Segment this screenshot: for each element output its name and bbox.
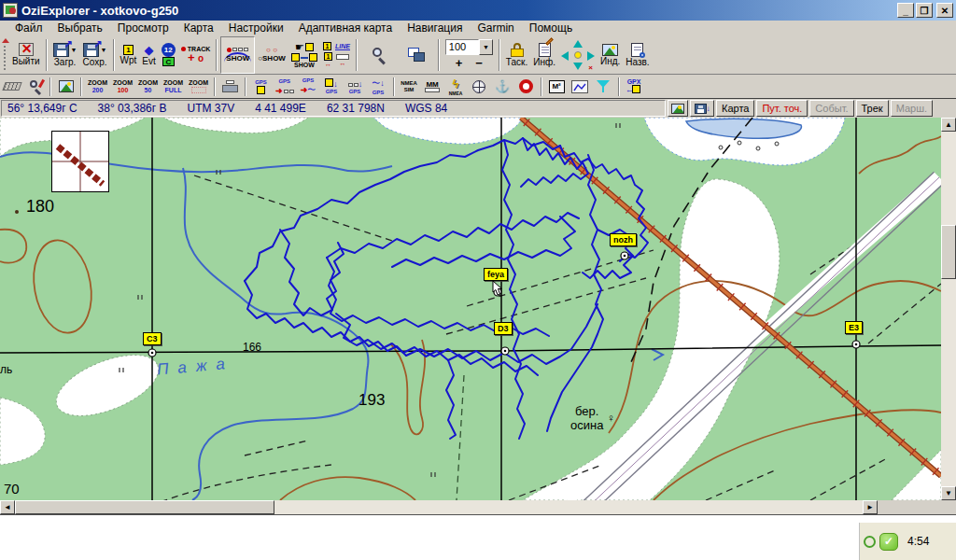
- waypoint-label-d3[interactable]: D3: [494, 322, 513, 335]
- show-track-button[interactable]: SHOW: [220, 36, 255, 74]
- zoom-dropdown-button[interactable]: ▼: [479, 39, 493, 55]
- filter-button[interactable]: [592, 77, 615, 97]
- menu-settings[interactable]: Настройки: [221, 21, 291, 35]
- zoom-50-button[interactable]: ZOOM 50: [135, 77, 161, 97]
- map-image-button[interactable]: [668, 100, 688, 117]
- tab-events[interactable]: Событ.: [809, 100, 853, 117]
- load-button[interactable]: ↗ ▼ Загр.: [50, 36, 80, 74]
- horizontal-scroll-thumb[interactable]: [15, 500, 274, 514]
- tray-clock: 4:54: [907, 535, 929, 548]
- map-canvas[interactable]: C3 D3 E3 feya nozh 180 193 166 Пажа бер.…: [0, 118, 941, 500]
- profile-chart-button[interactable]: [569, 77, 592, 97]
- event-button[interactable]: ◆ Evt: [139, 36, 158, 74]
- nmea-button[interactable]: ϟ NMEA: [444, 77, 468, 97]
- lifebuoy-icon: [519, 79, 533, 93]
- scroll-up-button[interactable]: ▲: [941, 118, 956, 132]
- image-icon: [59, 80, 74, 92]
- tab-routes[interactable]: Марш.: [891, 100, 933, 117]
- task-button[interactable]: Таск.: [503, 36, 530, 74]
- name-search-button[interactable]: Назв.: [623, 36, 652, 74]
- measure-button[interactable]: [0, 77, 23, 97]
- zoom-200-button[interactable]: ZOOM 200: [85, 77, 110, 97]
- waypoint-icon: 1: [123, 45, 134, 55]
- menu-select[interactable]: Выбрать: [50, 21, 110, 35]
- tab-waypoints[interactable]: Пут. точ.: [756, 100, 808, 117]
- gps-upload-waypoints-button[interactable]: GPS ➜: [273, 77, 297, 97]
- restore-button[interactable]: ❐: [916, 3, 933, 18]
- vertical-scroll-thumb[interactable]: [941, 225, 956, 279]
- waypoint-number-button[interactable]: 12 C: [159, 36, 178, 74]
- event-diamond-icon: ◆: [145, 44, 154, 56]
- exit-button[interactable]: Выйти: [9, 36, 43, 74]
- save-button[interactable]: ↗ ▼ Сохр.: [80, 36, 110, 74]
- print-button[interactable]: [218, 77, 242, 97]
- index-map-button[interactable]: Инд.: [598, 36, 623, 74]
- menu-navigation[interactable]: Навигация: [400, 21, 470, 35]
- quick-save-button[interactable]: ↓: [690, 100, 714, 117]
- scroll-right-button[interactable]: ►: [863, 500, 878, 514]
- menu-file[interactable]: Файл: [7, 21, 50, 35]
- map-view-button[interactable]: [398, 36, 435, 74]
- close-button[interactable]: ✕: [936, 3, 953, 18]
- zoom-out-button[interactable]: −: [475, 56, 483, 70]
- easting-value: 4 41 499E: [255, 102, 306, 115]
- tab-track[interactable]: Трек: [856, 100, 889, 117]
- overview-inset[interactable]: [51, 131, 109, 192]
- tray-ring-icon[interactable]: [864, 536, 876, 548]
- horizontal-scrollbar[interactable]: ◄ ►: [0, 500, 878, 514]
- printer-icon: [222, 80, 239, 92]
- track-dot-icon: [181, 47, 186, 51]
- waypoint-label-feya[interactable]: feya: [484, 268, 508, 281]
- waypoint-button[interactable]: 1 Wpt: [118, 36, 140, 74]
- menu-help[interactable]: Помощь: [522, 21, 580, 35]
- gps-download-routes-button[interactable]: ↓ GPS: [344, 77, 367, 97]
- globe-button[interactable]: [468, 77, 491, 97]
- gps-upload-track-button[interactable]: GPS ➜〜: [297, 77, 320, 97]
- waypoint-line-tools-button[interactable]: 1 LINE 1↔ ↔: [320, 36, 353, 74]
- latitude-value: 56° 13,649г С: [7, 102, 77, 115]
- waypoint-label-c3[interactable]: C3: [143, 332, 162, 345]
- map-tools-button[interactable]: [23, 77, 47, 97]
- image-button[interactable]: [54, 77, 77, 97]
- info-button[interactable]: Инф.: [530, 36, 558, 74]
- gps-download-track-button[interactable]: 〜↓ GPS: [367, 77, 390, 97]
- zoom-value-field[interactable]: 100: [445, 39, 479, 55]
- titlebar: OziExplorer - xotkovo-g250 _ ❐ ✕: [0, 0, 956, 21]
- toolbar-drag-handle[interactable]: [0, 37, 9, 73]
- taskbar: ✓ 4:54: [0, 514, 956, 560]
- pan-control[interactable]: ×: [558, 36, 598, 74]
- menu-garmin[interactable]: Garmin: [470, 21, 521, 35]
- moving-map-button[interactable]: MM: [421, 77, 444, 97]
- gps-download-waypoints-button[interactable]: ↓ GPS: [320, 77, 344, 97]
- scroll-left-button[interactable]: ◄: [0, 500, 15, 514]
- window-title: OziExplorer - xotkovo-g250: [21, 4, 895, 18]
- zoom-full-button[interactable]: ZOOM FULL: [161, 77, 186, 97]
- show-waypoints-button[interactable]: ○ ○ ○SHOW: [255, 36, 288, 74]
- track-control-button[interactable]: TRACK + o: [178, 36, 214, 74]
- tab-map[interactable]: Карта: [716, 100, 754, 117]
- waypoint-label-e3[interactable]: E3: [845, 321, 863, 334]
- minimize-button[interactable]: _: [897, 3, 914, 18]
- grid-m2-button[interactable]: M²: [545, 77, 569, 97]
- menu-view[interactable]: Просмотр: [110, 21, 176, 35]
- waypoint-label-nozh[interactable]: nozh: [610, 233, 637, 246]
- load-floppy-icon: ↗: [53, 43, 69, 57]
- lifebuoy-button[interactable]: [514, 77, 538, 97]
- menu-map[interactable]: Карта: [176, 21, 221, 35]
- gps-waypoint-button[interactable]: GPS: [249, 77, 273, 97]
- show-names-button[interactable]: ☛ SHOW: [288, 36, 320, 74]
- scroll-down-button[interactable]: ▼: [941, 486, 956, 500]
- antivirus-shield-icon[interactable]: ✓: [879, 533, 898, 551]
- zoom-area-button[interactable]: ZOOM: [186, 77, 211, 97]
- nmea-simulator-button[interactable]: NMEA SIM: [398, 77, 421, 97]
- longitude-value: 38° 03,386г В: [98, 102, 167, 115]
- zoom-window-button[interactable]: [360, 36, 398, 74]
- gpx-button[interactable]: GPX ↓: [623, 77, 646, 97]
- vertical-scrollbar[interactable]: ▲ ▼: [941, 118, 956, 500]
- zoom-100-button[interactable]: ZOOM 100: [110, 77, 135, 97]
- main-toolbar: Выйти ↗ ▼ Загр. ↗ ▼ Сохр. 1 Wpt ◆ Evt 12…: [0, 35, 956, 75]
- menu-adaptive-map[interactable]: Адаптивная карта: [291, 21, 401, 35]
- anchor-button[interactable]: ⚓: [491, 77, 514, 97]
- zoom-in-button[interactable]: +: [456, 56, 463, 70]
- coordinate-bar: 56° 13,649г С 38° 03,386г В UTM 37V 4 41…: [0, 99, 956, 118]
